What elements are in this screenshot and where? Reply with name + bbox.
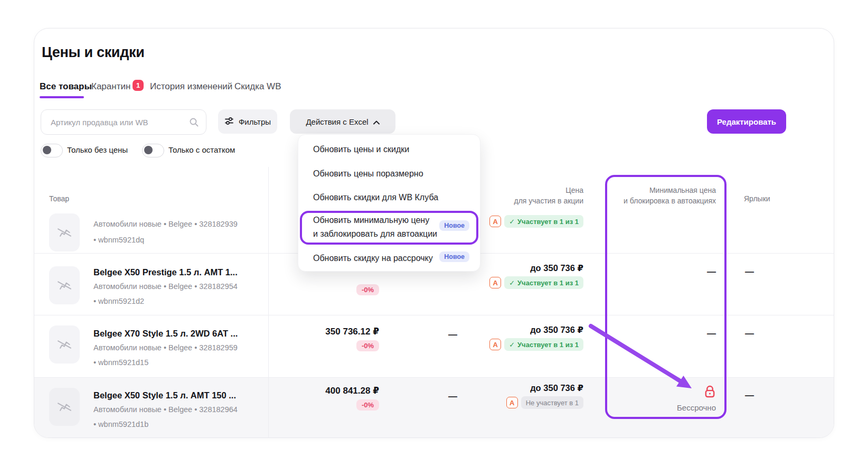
no-image-icon: [55, 398, 73, 416]
page-title: Цены и скидки: [42, 44, 145, 61]
column-header-product: Товар: [49, 193, 69, 204]
promo-status-cell: А ✓ Участвует в 1 из 1: [489, 215, 583, 228]
toggle-no-price[interactable]: [41, 144, 63, 157]
product-thumbnail: [49, 388, 80, 426]
labels-cell: —: [745, 267, 754, 277]
new-badge: Новое: [439, 220, 469, 231]
toggle-in-stock[interactable]: [142, 144, 164, 157]
product-info: • wbnm5921dq: [93, 236, 144, 244]
tab-wb-discount[interactable]: Скидка WB: [234, 81, 281, 92]
min-price-lock-cell: Бессрочно: [677, 385, 716, 412]
product-name: Belgee X50 Prestige 1.5 л. АМТ 1...: [93, 267, 238, 277]
menu-item-update-prices-by-size[interactable]: Обновить цены поразмерно: [313, 169, 423, 179]
check-icon: ✓: [509, 279, 515, 287]
club-price-cell: —: [448, 330, 457, 340]
product-info: • wbnm5921d15: [93, 358, 148, 367]
min-price-cell: —: [707, 329, 716, 339]
menu-item-update-min-price[interactable]: Обновить минимальную цену: [313, 215, 429, 226]
filters-button-label: Фильтры: [239, 117, 271, 126]
product-thumbnail: [49, 266, 80, 304]
discount-badge: -0%: [356, 340, 379, 351]
product-name: Belgee X70 Style 1.5 л. 2WD 6AT ...: [93, 329, 238, 339]
excel-actions-menu: Обновить цены и скидки Обновить цены пор…: [298, 134, 480, 272]
club-price-cell: —: [448, 392, 457, 402]
current-price: 400 841.28 ₽: [325, 385, 379, 396]
toggle-knob: [144, 146, 153, 154]
discount-badge: -0%: [356, 399, 379, 411]
search-field[interactable]: [41, 109, 206, 135]
no-image-icon: [55, 335, 73, 353]
discount-badge: -0%: [356, 284, 379, 295]
menu-item-update-installment-discount[interactable]: Обновить скидку на рассрочку: [313, 253, 433, 264]
current-price: 350 736.12 ₽: [325, 326, 379, 337]
excel-actions-button[interactable]: Действия с Excel: [290, 109, 395, 134]
search-input[interactable]: [50, 110, 184, 134]
promo-a-icon: А: [489, 277, 501, 288]
tab-all-products[interactable]: Все товары: [40, 81, 92, 92]
search-icon: [189, 117, 199, 127]
row-divider: [34, 315, 834, 315]
edit-button-label: Редактировать: [717, 117, 776, 126]
column-header-labels: Ярлыки: [744, 193, 770, 204]
promo-status-badge: ✓ Участвует в 1 из 1: [504, 276, 583, 289]
tab-quarantine[interactable]: Карантин: [91, 81, 130, 92]
toggle-no-price-label: Только без цены: [67, 145, 128, 154]
edit-button[interactable]: Редактировать: [707, 109, 786, 134]
new-badge: Новое: [439, 251, 469, 262]
product-info: Автомобили новые • Belgee • 328182964: [93, 405, 238, 414]
promo-a-icon: А: [506, 397, 518, 408]
promo-a-icon: А: [489, 216, 501, 227]
column-header-promo-price: Цена для участия в акции: [514, 185, 584, 206]
labels-cell: —: [745, 390, 754, 401]
column-header-min-price: Минимальная цена и блокировка в автоакци…: [624, 185, 716, 206]
lock-icon: [704, 385, 716, 400]
tab-change-history[interactable]: История изменений: [150, 81, 232, 92]
menu-item-update-min-price-line2[interactable]: и заблокировать для автоакции: [313, 229, 437, 239]
promo-price: до 350 736 ₽: [530, 383, 583, 393]
lock-duration-label: Бессрочно: [677, 403, 716, 412]
promo-price: до 350 736 ₽: [530, 325, 583, 335]
product-thumbnail: [49, 325, 80, 364]
filters-icon: [224, 116, 234, 127]
column-divider: [268, 167, 269, 437]
menu-item-update-wb-club-discounts[interactable]: Обновить скидки для WB Клуба: [313, 192, 438, 203]
screen: Цены и скидки Все товары Карантин 1 Исто…: [0, 0, 868, 466]
price-cell: -0%: [356, 281, 379, 295]
labels-cell: —: [745, 329, 754, 339]
price-cell: 350 736.12 ₽ -0%: [325, 326, 379, 351]
product-thumbnail: [49, 213, 80, 251]
check-icon: ✓: [509, 341, 515, 349]
promo-status-badge: ✓ Участвует в 1 из 1: [504, 215, 583, 228]
row-divider: [34, 377, 834, 378]
promo-status-badge: ✓ Участвует в 1 из 1: [504, 338, 583, 351]
filters-button[interactable]: Фильтры: [218, 109, 277, 134]
product-name: Belgee X50 Style 1.5 л. АМТ 150 ...: [93, 390, 236, 400]
product-info: Автомобили новые • Belgee • 328182954: [93, 282, 238, 291]
no-image-icon: [55, 223, 73, 241]
product-info: • wbnm5921d1b: [93, 420, 148, 428]
min-price-cell: —: [707, 267, 716, 277]
promo-price-cell: до 350 736 ₽ А ✓ Участвует в 1 из 1: [489, 325, 583, 351]
product-info: • wbnm5921d2: [93, 297, 144, 305]
chevron-up-icon: [373, 117, 380, 126]
quarantine-count-badge: 1: [133, 80, 144, 91]
promo-a-icon: А: [489, 339, 501, 350]
product-info: Автомобили новые • Belgee • 328182959: [93, 343, 238, 352]
promo-price-cell: до 350 736 ₽ А Не участвует в 1: [506, 383, 583, 409]
price-cell: 400 841.28 ₽ -0%: [325, 385, 379, 411]
no-image-icon: [55, 276, 73, 294]
toggle-knob: [43, 146, 51, 154]
toggle-in-stock-label: Только с остатком: [168, 145, 235, 154]
menu-item-update-prices-discounts[interactable]: Обновить цены и скидки: [313, 144, 409, 155]
prices-and-discounts-card: Цены и скидки Все товары Карантин 1 Исто…: [34, 28, 834, 438]
promo-status-badge: Не участвует в 1: [521, 396, 583, 409]
promo-price-cell: до 350 736 ₽ А ✓ Участвует в 1 из 1: [489, 263, 583, 289]
check-icon: ✓: [509, 218, 515, 226]
promo-price: до 350 736 ₽: [530, 263, 583, 273]
excel-actions-label: Действия с Excel: [306, 117, 368, 126]
product-info: Автомобили новые • Belgee • 328182939: [93, 220, 238, 228]
active-tab-underline: [40, 96, 84, 98]
